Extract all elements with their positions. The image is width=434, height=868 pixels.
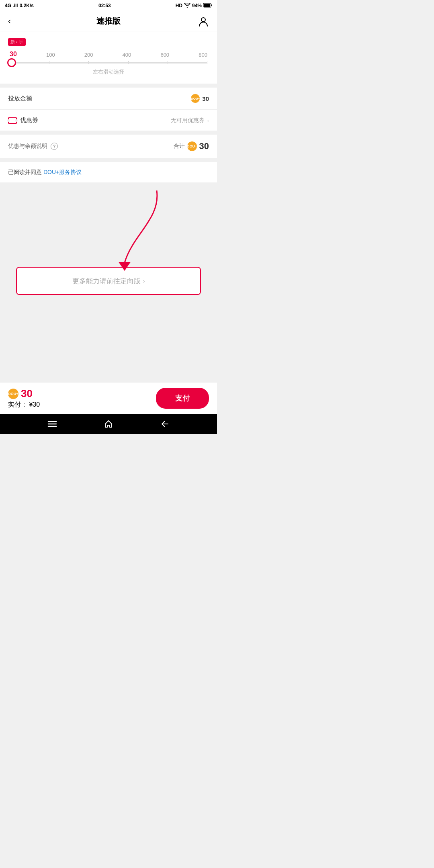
user-icon xyxy=(198,16,209,27)
alarm-indicator: HD xyxy=(176,3,182,8)
agreement-section: 已阅读并同意 DOU+服务协议 xyxy=(0,162,217,182)
total-label-text: 合计 xyxy=(174,143,185,150)
home-icon xyxy=(104,419,113,429)
coupon-icon xyxy=(8,117,17,124)
total-value: 30 xyxy=(199,141,209,151)
network-indicator: 4G .ill xyxy=(5,3,18,8)
user-button[interactable] xyxy=(193,16,209,27)
scale-value-600: 600 xyxy=(160,52,169,58)
pay-button[interactable]: 支付 xyxy=(156,388,209,409)
main-content: 新 ‹ 手 30 100 200 400 600 800 左右滑动选择 xyxy=(0,31,217,382)
svg-rect-2 xyxy=(211,4,212,6)
back-nav-button[interactable] xyxy=(160,419,170,429)
help-icon[interactable]: ? xyxy=(51,143,58,150)
agreement-prefix: 已阅读并同意 xyxy=(8,169,43,175)
top-nav: ‹ 速推版 xyxy=(0,11,217,31)
red-arrow xyxy=(92,186,173,275)
battery-percent: 94% xyxy=(192,3,202,8)
back-button[interactable]: ‹ xyxy=(8,16,24,27)
wifi-indicator xyxy=(184,3,190,9)
amount-number: 30 xyxy=(202,95,209,102)
bottom-left: DOU+ 30 实付： ¥30 xyxy=(8,387,40,409)
arrow-button-area: 更多能力请前往定向版 › xyxy=(0,182,217,303)
amount-row: 投放金额 DOU+ 30 xyxy=(0,88,217,110)
actual-label: 实付： xyxy=(8,401,27,408)
scale-value-100: 100 xyxy=(46,52,55,58)
amount-label: 投放金额 xyxy=(8,95,32,102)
total-left: 优惠与余额说明 ? xyxy=(8,143,58,150)
page-title: 速推版 xyxy=(24,16,193,27)
bottom-dou-coin: DOU+ xyxy=(8,389,18,399)
discount-label: 优惠与余额说明 xyxy=(8,143,47,150)
status-bar: 4G .ill 0.2K/s 02:53 HD 94% xyxy=(0,0,217,11)
agreement-link[interactable]: DOU+服务协议 xyxy=(43,169,82,175)
coupon-right: 无可用优惠券 › xyxy=(171,117,209,124)
info-section: 投放金额 DOU+ 30 优惠券 无可用优惠券 › xyxy=(0,88,217,131)
slider-card: 新 ‹ 手 30 100 200 400 600 800 左右滑动选择 xyxy=(0,31,217,84)
status-time: 02:53 xyxy=(98,3,111,8)
scale-value-800: 800 xyxy=(199,52,207,58)
bottom-actual: 实付： ¥30 xyxy=(8,401,40,409)
menu-button[interactable] xyxy=(47,420,57,428)
scale-value-30: 30 xyxy=(10,51,17,58)
more-btn-chevron-icon: › xyxy=(143,278,145,284)
total-row: 优惠与余额说明 ? 合计 DOU+ 30 xyxy=(0,135,217,158)
chevron-right-icon: › xyxy=(207,117,209,124)
scale-value-400: 400 xyxy=(123,52,131,58)
back-nav-icon xyxy=(160,419,170,429)
svg-point-3 xyxy=(201,18,205,22)
svg-marker-4 xyxy=(119,262,131,271)
slider-thumb[interactable] xyxy=(7,58,16,67)
total-right: 合计 DOU+ 30 xyxy=(174,141,209,151)
system-nav-bar xyxy=(0,414,217,434)
actual-value: ¥30 xyxy=(29,401,40,408)
slider-track xyxy=(10,62,207,63)
slider-hint: 左右滑动选择 xyxy=(8,68,209,76)
status-right: HD 94% xyxy=(176,3,212,9)
scale-value-200: 200 xyxy=(84,52,93,58)
coupon-row[interactable]: 优惠券 无可用优惠券 › xyxy=(0,110,217,131)
coupon-no-available: 无可用优惠券 xyxy=(171,117,205,124)
more-btn-label: 更多能力请前往定向版 xyxy=(72,276,141,286)
bottom-price: 30 xyxy=(21,387,33,400)
home-button[interactable] xyxy=(104,419,113,429)
total-dou-coin: DOU+ xyxy=(187,141,197,151)
slider-scale: 30 100 200 400 600 800 xyxy=(8,51,209,58)
bottom-price-row: DOU+ 30 xyxy=(8,387,40,400)
svg-rect-1 xyxy=(204,4,210,7)
network-speed: 0.2K/s xyxy=(20,3,34,8)
coupon-label: 优惠券 xyxy=(8,117,38,124)
bottom-bar: DOU+ 30 实付： ¥30 支付 xyxy=(0,382,217,414)
amount-value: DOU+ 30 xyxy=(191,94,209,103)
slider-track-wrap[interactable] xyxy=(10,62,207,63)
slider-badge: 新 ‹ 手 xyxy=(8,38,26,46)
menu-icon xyxy=(47,420,57,428)
coupon-text: 优惠券 xyxy=(20,117,38,124)
battery-icon xyxy=(203,3,212,9)
status-left: 4G .ill 0.2K/s xyxy=(5,3,34,8)
dou-coin-icon: DOU+ xyxy=(191,94,200,103)
